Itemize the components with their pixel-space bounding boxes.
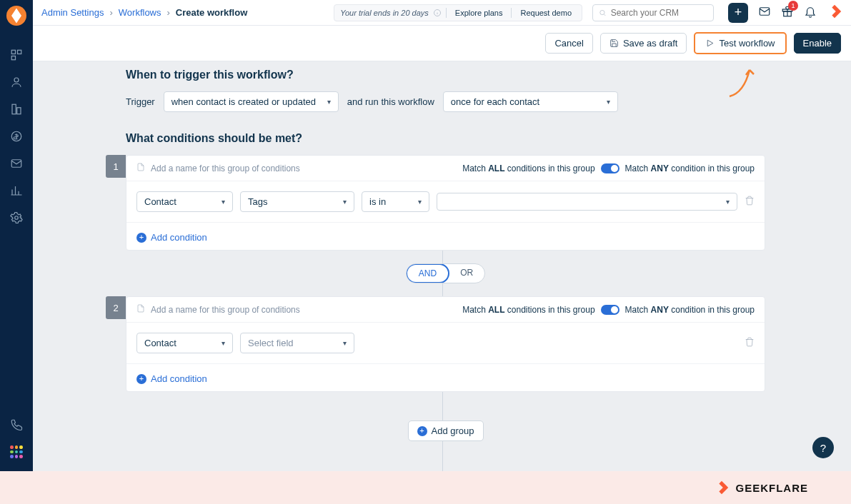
match-any-label: Match ANY condition in this group [625, 163, 755, 173]
operator-select[interactable]: is in▾ [362, 191, 429, 212]
trigger-heading: When to trigger this workflow? [126, 69, 765, 81]
action-bar: Cancel Save as draft Test workflow Enabl… [33, 26, 851, 61]
add-condition-link[interactable]: +Add condition [136, 232, 207, 243]
nav-dashboard[interactable] [0, 41, 33, 69]
trial-text: Your trial ends in 20 days [340, 9, 429, 17]
match-all-label: Match ALL conditions in this group [462, 163, 594, 173]
run-label: and run this workflow [347, 96, 434, 107]
svg-rect-7 [11, 160, 21, 168]
group-name-input[interactable]: Add a name for this group of conditions [151, 163, 457, 173]
conditions-heading: What conditions should be met? [126, 132, 765, 145]
app-logo[interactable] [6, 6, 26, 26]
add-condition-link[interactable]: +Add condition [136, 373, 207, 384]
svg-point-8 [15, 216, 19, 220]
connector-or[interactable]: OR [449, 264, 484, 283]
group-connector: AND OR [126, 263, 765, 283]
trial-pill: Your trial ends in 20 days Explore plans… [334, 4, 582, 21]
run-select[interactable]: once for each contact▾ [443, 91, 618, 112]
cancel-button[interactable]: Cancel [545, 33, 592, 54]
chevron-right-icon: › [167, 7, 170, 18]
match-all-label: Match ALL conditions in this group [462, 305, 594, 315]
save-draft-button[interactable]: Save as draft [600, 33, 687, 54]
field-select[interactable]: Select field▾ [240, 333, 354, 353]
nav-reports[interactable] [0, 177, 33, 204]
footer-bar: GEEKFLARE [0, 471, 851, 504]
add-group-button[interactable]: +Add group [408, 420, 484, 441]
info-icon [433, 9, 442, 17]
document-icon [136, 304, 145, 315]
condition-group: 2 Add a name for this group of condition… [126, 296, 765, 392]
condition-group: 1 Add a name for this group of condition… [126, 155, 765, 251]
brand-icon[interactable] [827, 4, 842, 22]
svg-rect-1 [18, 50, 21, 54]
group-number: 2 [106, 296, 126, 319]
svg-rect-11 [760, 7, 770, 15]
quick-add-button[interactable]: + [728, 3, 748, 23]
nav-deals[interactable] [0, 123, 33, 150]
breadcrumb-admin[interactable]: Admin Settings [41, 7, 104, 18]
entity-select[interactable]: Contact▾ [136, 191, 233, 212]
nav-accounts[interactable] [0, 96, 33, 123]
svg-rect-0 [11, 50, 15, 54]
svg-rect-4 [12, 104, 16, 114]
delete-condition-icon[interactable] [745, 196, 755, 208]
breadcrumb-workflows[interactable]: Workflows [119, 7, 161, 18]
svg-point-10 [600, 10, 604, 14]
footer-brand: GEEKFLARE [714, 480, 808, 495]
explore-plans-button[interactable]: Explore plans [451, 7, 507, 19]
value-select[interactable]: ▾ [437, 193, 737, 211]
search-box[interactable] [592, 4, 714, 21]
nav-settings[interactable] [0, 204, 33, 231]
left-nav [0, 0, 33, 471]
play-icon [705, 39, 715, 48]
save-icon [609, 39, 619, 48]
delete-condition-icon[interactable] [745, 337, 755, 350]
group-name-input[interactable]: Add a name for this group of conditions [151, 305, 457, 315]
main-content: When to trigger this workflow? Trigger w… [33, 61, 851, 471]
search-input[interactable] [611, 8, 707, 18]
entity-select[interactable]: Contact▾ [136, 333, 233, 353]
match-toggle[interactable] [601, 163, 619, 173]
svg-rect-2 [11, 56, 15, 60]
document-icon [136, 163, 145, 173]
breadcrumb-current: Create workflow [176, 7, 247, 18]
group-number: 1 [106, 155, 126, 178]
nav-phone[interactable] [0, 411, 33, 438]
chevron-right-icon: › [109, 7, 112, 18]
gift-badge: 1 [788, 1, 798, 11]
svg-rect-5 [17, 108, 21, 114]
gift-icon[interactable]: 1 [781, 5, 794, 21]
nav-email[interactable] [0, 150, 33, 177]
match-toggle[interactable] [601, 305, 619, 315]
help-button[interactable]: ? [812, 437, 834, 458]
enable-button[interactable]: Enable [794, 33, 841, 54]
nav-apps[interactable] [0, 438, 33, 465]
trigger-select[interactable]: when contact is created or updated▾ [164, 91, 339, 112]
trigger-label: Trigger [126, 96, 155, 107]
connector-and[interactable]: AND [406, 263, 449, 283]
inbox-icon[interactable] [758, 5, 771, 21]
search-icon [599, 9, 607, 17]
test-workflow-button[interactable]: Test workflow [694, 32, 786, 54]
svg-point-3 [14, 78, 19, 82]
bell-icon[interactable] [804, 5, 817, 21]
top-header: Admin Settings › Workflows › Create work… [33, 0, 851, 26]
breadcrumb: Admin Settings › Workflows › Create work… [41, 7, 247, 18]
chevron-down-icon: ▾ [607, 98, 610, 106]
chevron-down-icon: ▾ [327, 98, 331, 106]
nav-contacts[interactable] [0, 69, 33, 96]
field-select[interactable]: Tags▾ [240, 191, 354, 212]
match-any-label: Match ANY condition in this group [625, 305, 755, 315]
request-demo-button[interactable]: Request demo [516, 7, 576, 19]
